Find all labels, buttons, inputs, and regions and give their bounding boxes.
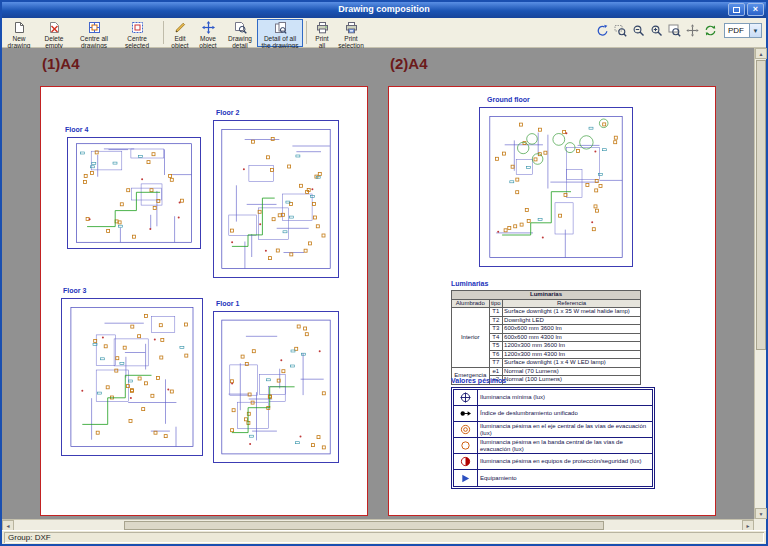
centre-selected-drawings-button[interactable]: Centre selected drawings [114, 19, 160, 47]
zoom-scale-button[interactable] [630, 22, 647, 39]
floor-3-label: Floor 3 [63, 287, 86, 294]
luminaires-table-object[interactable]: LuminariasAlumbradotipoReferenciaInterio… [451, 290, 641, 385]
floor-plan-drawing [213, 120, 339, 278]
circle-cross-icon [460, 392, 471, 403]
button-label: Print selection [336, 35, 366, 49]
button-label: Centre all drawings [76, 35, 112, 49]
title-bar[interactable]: Drawing composition × [2, 2, 766, 18]
ground-floor-plan[interactable] [479, 107, 633, 267]
move-object-button[interactable]: Move object [193, 19, 223, 47]
sheet-2-label: (2)A4 [390, 55, 428, 72]
view-toolbar: PDF ▼ [594, 22, 762, 39]
pan-button[interactable] [684, 22, 701, 39]
drawing-canvas[interactable]: (1)A4 (2)A4 Floor 4 Floor 2 Floor 3 Floo… [2, 48, 754, 519]
scroll-up-icon[interactable]: ▲ [755, 48, 767, 59]
status-bar: Group: DXF [2, 530, 766, 544]
half-circle-icon [460, 456, 471, 467]
zoom-window-icon [614, 24, 627, 37]
move-object-icon [202, 21, 215, 34]
centre-selected-drawings-icon [131, 21, 144, 34]
toolbar-separator [306, 21, 307, 44]
legend-item: Iluminancia pésima en el eje central de … [454, 422, 652, 438]
centre-all-drawings-icon [88, 21, 101, 34]
floor-4-plan[interactable] [67, 137, 201, 249]
sheet-2[interactable]: Ground floor Luminarias LuminariasAlumbr… [388, 86, 716, 516]
print-all-button[interactable]: Print all [310, 19, 334, 47]
legend-item: Iluminancia pésima en la banda central d… [454, 438, 652, 454]
centre-all-drawings-button[interactable]: Centre all drawings [74, 19, 114, 47]
chevron-down-icon[interactable]: ▼ [750, 23, 762, 38]
floor-1-plan[interactable] [213, 311, 339, 463]
print-selection-icon [345, 21, 358, 34]
luminaires-table: LuminariasAlumbradotipoReferenciaInterio… [451, 290, 641, 385]
vertical-scroll-thumb[interactable] [756, 60, 766, 350]
redraw-button[interactable] [594, 22, 611, 39]
maximize-icon [733, 7, 740, 13]
floor-3-plan[interactable] [61, 298, 203, 456]
redraw-icon [596, 24, 609, 37]
zoom-scale-icon [632, 24, 645, 37]
legend-object[interactable]: Iluminancia mínima (lux)Índice de deslum… [451, 387, 655, 489]
zoom-in-icon [650, 24, 663, 37]
refresh-button[interactable] [702, 22, 719, 39]
circle-icon [460, 440, 471, 451]
print-selection-button[interactable]: Print selection [334, 19, 368, 47]
drawing-composition-window: Drawing composition × New drawing Delete… [0, 0, 768, 546]
zoom-window-button[interactable] [612, 22, 629, 39]
floor-plan-drawing [67, 137, 201, 249]
sheet-1[interactable]: Floor 4 Floor 2 Floor 3 Floor 1 [40, 86, 368, 516]
maximize-button[interactable] [728, 3, 745, 16]
legend-rows: Iluminancia mínima (lux)Índice de deslum… [453, 389, 653, 487]
new-drawing-icon [13, 21, 26, 34]
button-label: Print all [312, 35, 332, 49]
detail-of-all-drawings-icon [274, 21, 287, 34]
status-group: Group: DXF [4, 532, 764, 543]
luminaires-section-label: Luminarias [451, 280, 488, 287]
detail-of-all-drawings-button[interactable]: Detail of all the drawings [257, 19, 303, 47]
delete-empty-spaces-button[interactable]: Delete empty spaces [34, 19, 74, 47]
legend-item: Iluminancia pésima en equipos de protecc… [454, 454, 652, 470]
button-label: Move object [195, 35, 221, 49]
zoom-in-button[interactable] [648, 22, 665, 39]
legend-title: Valores pésimos [451, 377, 506, 384]
table-row: Emergenciae1Normal (70 Lumens) [452, 367, 641, 376]
floor-2-label: Floor 2 [216, 109, 239, 116]
sheet-1-label: (1)A4 [42, 55, 80, 72]
button-label: New drawing [6, 35, 32, 49]
vertical-scrollbar[interactable]: ▲ ▼ [754, 48, 766, 519]
table-row: InteriorT1Surface downlight (1 x 35 W me… [452, 308, 641, 317]
floor-2-plan[interactable] [213, 120, 339, 278]
drawing-detail-button[interactable]: Drawing detail [223, 19, 257, 47]
table-title-row: Luminarias [452, 291, 641, 300]
double-circle-icon [460, 424, 471, 435]
pan-icon [686, 24, 699, 37]
toolbar-separator [163, 21, 164, 44]
horizontal-scroll-thumb[interactable] [124, 521, 604, 530]
zoom-all-button[interactable] [666, 22, 683, 39]
floor-plan-drawing [61, 298, 203, 456]
floor-plan-drawing [479, 107, 633, 267]
scrollbar-corner [754, 519, 766, 530]
print-all-icon [316, 21, 329, 34]
arrow-dot-icon [460, 408, 471, 419]
ground-floor-label: Ground floor [487, 96, 530, 103]
legend-item: Índice de deslumbramiento unificado [454, 406, 652, 422]
close-button[interactable]: × [747, 3, 764, 16]
export-format-combo[interactable]: PDF ▼ [724, 23, 762, 38]
legend-item: Iluminancia mínima (lux) [454, 390, 652, 406]
button-label: Drawing detail [225, 35, 255, 49]
close-icon: × [753, 5, 758, 14]
delete-empty-spaces-icon [48, 21, 61, 34]
edit-object-icon [174, 21, 187, 34]
scroll-down-icon[interactable]: ▼ [755, 508, 767, 519]
zoom-all-icon [668, 24, 681, 37]
triangle-icon [460, 473, 471, 484]
button-label: Edit object [169, 35, 191, 49]
floor-4-label: Floor 4 [65, 126, 88, 133]
new-drawing-button[interactable]: New drawing [4, 19, 34, 47]
drawing-detail-icon [234, 21, 247, 34]
edit-object-button[interactable]: Edit object [167, 19, 193, 47]
floor-plan-drawing [213, 311, 339, 463]
floor-1-label: Floor 1 [216, 300, 239, 307]
horizontal-scrollbar[interactable]: ◄ ► [2, 519, 754, 530]
